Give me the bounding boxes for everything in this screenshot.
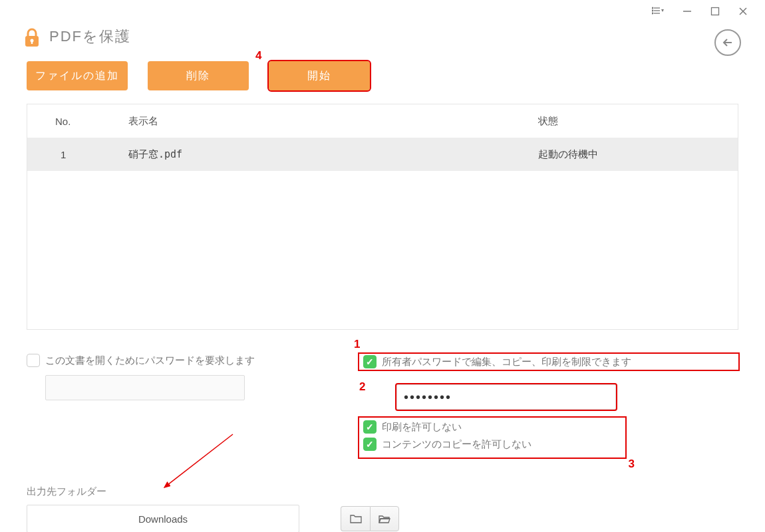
svg-point-4 [652,10,653,11]
annotation-4: 4 [255,49,261,63]
folder-open-icon [379,514,390,523]
titlebar [0,0,765,23]
annotation-3: 3 [629,458,635,471]
add-file-button[interactable]: ファイルの追加 [27,61,128,90]
output-folder-label: 出力先フォルダー [27,485,738,498]
page-title: PDFを保護 [49,27,131,47]
svg-point-5 [652,13,653,14]
browse-folder-button[interactable] [341,506,370,531]
delete-button[interactable]: 削除 [148,61,249,90]
start-button[interactable]: 開始 [269,61,370,90]
file-table: No. 表示名 状態 1 硝子窓.pdf 起動の待機中 [27,104,738,330]
menu-list-icon[interactable] [652,7,664,16]
table-header: No. 表示名 状態 [27,104,738,138]
owner-password-input[interactable] [396,384,616,410]
owner-password-checkbox[interactable] [363,355,377,368]
col-header-status: 状態 [538,115,738,128]
svg-rect-14 [31,41,33,44]
minimize-button[interactable] [683,7,692,16]
disallow-print-label: 印刷を許可しない [382,421,462,434]
open-password-input[interactable] [45,375,245,400]
close-button[interactable] [738,7,748,16]
owner-password-label: 所有者パスワードで編集、コピー、印刷を制限できます [382,356,631,368]
open-password-checkbox[interactable] [27,354,40,367]
svg-marker-6 [661,9,664,12]
col-header-no: No. [27,116,120,127]
annotation-1: 1 [354,338,360,351]
annotation-2: 2 [359,380,365,394]
disallow-print-checkbox[interactable] [363,420,377,434]
back-button[interactable] [714,29,741,56]
output-folder-input[interactable] [27,505,299,532]
col-header-name: 表示名 [120,115,538,128]
cell-name: 硝子窓.pdf [120,148,538,161]
folder-icon [350,514,362,523]
open-folder-button[interactable] [370,506,399,531]
lock-icon [23,27,41,46]
cell-status: 起動の待機中 [538,148,738,161]
disallow-copy-label: コンテンツのコピーを許可しない [382,438,532,451]
svg-point-3 [652,7,653,9]
disallow-copy-checkbox[interactable] [363,438,377,451]
svg-rect-8 [712,8,719,15]
table-row[interactable]: 1 硝子窓.pdf 起動の待機中 [27,138,738,171]
cell-no: 1 [27,149,120,160]
maximize-button[interactable] [710,7,720,16]
open-password-label: この文書を開くためにパスワードを要求します [45,354,255,367]
